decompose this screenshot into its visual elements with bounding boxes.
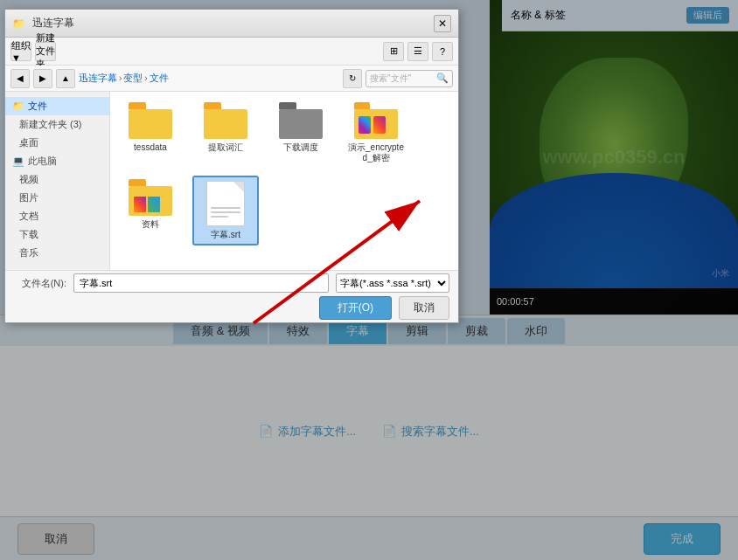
dialog-bottom: 文件名(N): 字幕(*.ass *.ssa *.srt) 打开(O) 取消: [5, 270, 458, 322]
up-button[interactable]: ▲: [56, 69, 75, 88]
dialog-title-icon: 📁: [12, 17, 25, 30]
dialog-toolbar: 组织 ▼ 新建文件夹 ⊞ ☰ ?: [5, 38, 458, 66]
file-name-extract: 提取词汇: [208, 142, 243, 153]
file-name-encrypted: 演示_encrypted_解密: [346, 142, 406, 163]
file-name-material: 资料: [142, 219, 159, 230]
dialog-address-bar: ◀ ▶ ▲ 迅连字幕 › 变型 › 文件 ↻ 搜索"文件" 🔍: [5, 66, 458, 92]
address-seg-3[interactable]: 文件: [150, 72, 169, 85]
address-seg-1[interactable]: 迅连字幕: [79, 72, 117, 85]
file-item-encrypted[interactable]: 演示_encrypted_解密: [343, 99, 409, 167]
back-button[interactable]: ◀: [10, 69, 30, 88]
file-item-tessdata[interactable]: tessdata: [117, 99, 184, 167]
view-list-button[interactable]: ☰: [407, 42, 428, 61]
sidebar-item-computer[interactable]: 💻 此电脑: [5, 152, 109, 170]
dialog-files-area: tessdata 提取词汇 下载调度: [110, 92, 458, 270]
folder-icon-download: [279, 102, 323, 139]
file-name-subtitle: 字幕.srt: [211, 230, 240, 240]
forward-button[interactable]: ▶: [33, 69, 52, 88]
file-name-tessdata: tessdata: [134, 142, 167, 153]
dialog-title: 📁 迅连字幕: [12, 16, 74, 31]
dialog-close-button[interactable]: ✕: [434, 15, 451, 32]
folder-icon-encrypted: [354, 102, 398, 139]
filetype-select[interactable]: 字幕(*.ass *.ssa *.srt): [336, 273, 449, 293]
doc-icon-subtitle: [206, 181, 245, 226]
sidebar-item-files[interactable]: 📁 文件: [5, 97, 109, 115]
search-icon: 🔍: [436, 73, 449, 84]
address-seg-2[interactable]: 变型: [123, 72, 143, 85]
folder-icon-tessdata: [129, 102, 172, 139]
sidebar-item-downloads[interactable]: 下载: [5, 225, 109, 244]
dialog-title-text: 迅连字幕: [32, 16, 74, 31]
file-item-subtitle[interactable]: 字幕.srt: [192, 176, 259, 245]
organize-label: 组织 ▼: [11, 39, 31, 63]
dialog-cancel-button[interactable]: 取消: [399, 296, 449, 320]
dialog-titlebar: 📁 迅连字幕 ✕: [5, 10, 458, 38]
address-arrow-2: ›: [144, 73, 147, 83]
new-folder-button[interactable]: 新建文件夹: [35, 42, 56, 61]
sidebar-computer-label: 此电脑: [28, 155, 57, 168]
organize-button[interactable]: 组织 ▼: [10, 42, 31, 61]
sidebar-files-label: 文件: [28, 100, 47, 113]
search-placeholder: 搜索"文件": [370, 73, 411, 85]
sidebar-item-video[interactable]: 视频: [5, 170, 109, 189]
view-toggle-button[interactable]: ⊞: [383, 42, 404, 61]
dialog-sidebar: 📁 文件 新建文件夹 (3) 桌面 💻 此电脑 视频 图片 文档 下载 音乐: [5, 92, 110, 270]
file-item-download[interactable]: 下载调度: [268, 99, 334, 167]
file-name-download: 下载调度: [283, 142, 318, 153]
file-item-extract[interactable]: 提取词汇: [192, 99, 259, 167]
filename-input[interactable]: [73, 273, 329, 293]
sidebar-item-pictures[interactable]: 图片: [5, 189, 109, 207]
dialog-overlay: 📁 迅连字幕 ✕ 组织 ▼ 新建文件夹 ⊞ ☰ ? ◀ ▶ ▲ 迅连字幕: [0, 0, 738, 560]
sidebar-item-desktop[interactable]: 桌面: [5, 134, 109, 152]
sidebar-item-music[interactable]: 音乐: [5, 244, 109, 262]
address-arrow-1: ›: [119, 73, 122, 83]
sidebar-item-new-folder[interactable]: 新建文件夹 (3): [5, 115, 109, 134]
search-box[interactable]: 搜索"文件" 🔍: [366, 70, 453, 87]
folder-icon-material: [129, 179, 172, 216]
filename-row: 文件名(N): 字幕(*.ass *.ssa *.srt): [14, 273, 449, 293]
file-open-dialog: 📁 迅连字幕 ✕ 组织 ▼ 新建文件夹 ⊞ ☰ ? ◀ ▶ ▲ 迅连字幕: [4, 9, 459, 323]
sidebar-item-documents[interactable]: 文档: [5, 207, 109, 225]
dialog-action-row: 打开(O) 取消: [14, 296, 449, 320]
computer-icon: 💻: [12, 156, 24, 167]
open-button[interactable]: 打开(O): [319, 296, 392, 320]
folder-icon-files: 📁: [12, 100, 24, 112]
filename-label: 文件名(N):: [14, 277, 66, 290]
refresh-button[interactable]: ↻: [343, 69, 362, 88]
address-path: 迅连字幕 › 变型 › 文件: [79, 72, 339, 85]
help-button[interactable]: ?: [432, 42, 453, 61]
dialog-body: 📁 文件 新建文件夹 (3) 桌面 💻 此电脑 视频 图片 文档 下载 音乐: [5, 92, 458, 270]
file-item-material[interactable]: 资料: [117, 176, 184, 245]
folder-icon-extract: [204, 102, 247, 139]
